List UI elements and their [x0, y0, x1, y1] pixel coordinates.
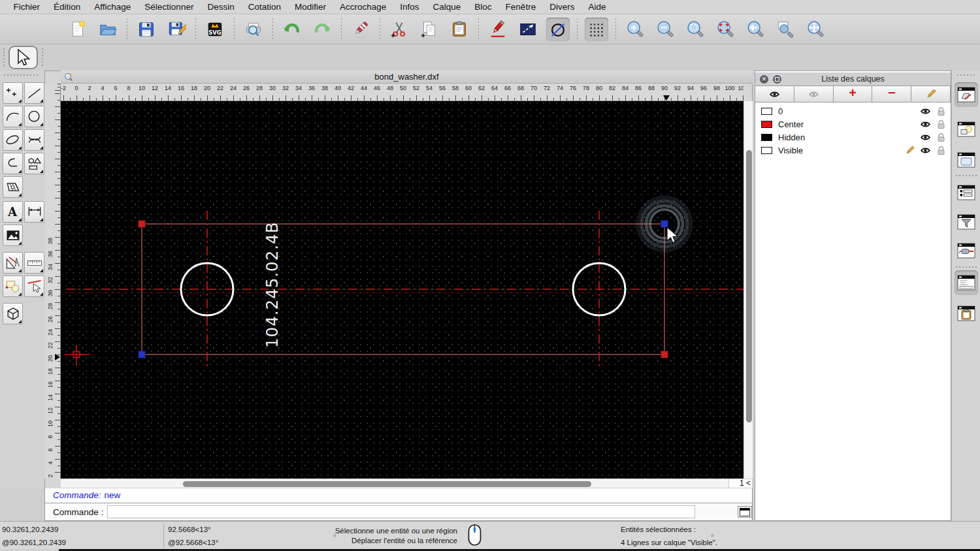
- construction-mode-button[interactable]: [546, 18, 570, 41]
- menu-fichier[interactable]: Fichier: [7, 0, 47, 14]
- layer-color-swatch[interactable]: [761, 108, 772, 115]
- entity-handle[interactable]: [661, 221, 668, 228]
- layer-color-swatch[interactable]: [761, 147, 772, 154]
- cut-button[interactable]: [387, 18, 411, 41]
- zoom-in-button[interactable]: [623, 18, 647, 41]
- zoom-auto-button[interactable]: [683, 18, 707, 41]
- selection-filter-dock-button[interactable]: [955, 210, 978, 234]
- selection-tool-button[interactable]: [8, 46, 38, 69]
- line-tool-button[interactable]: [24, 82, 44, 104]
- show-all-eye-button[interactable]: [755, 86, 794, 102]
- layer-row-0[interactable]: 0: [755, 104, 951, 118]
- document-titlebar[interactable]: bond_washer.dxf: [61, 71, 753, 84]
- menu-dessin[interactable]: Dessin: [201, 0, 241, 14]
- hatch-tool-button[interactable]: [3, 176, 23, 198]
- menu-modifier[interactable]: Modifier: [287, 0, 333, 14]
- layer-visibility-eye-icon[interactable]: [919, 133, 931, 142]
- zoom-pan-button[interactable]: [804, 18, 827, 41]
- save-button[interactable]: [135, 18, 158, 41]
- vertical-scrollbar-thumb[interactable]: [746, 150, 752, 422]
- entity-handle[interactable]: [139, 351, 146, 358]
- undo-button[interactable]: [280, 18, 304, 41]
- layer-lock-icon[interactable]: [935, 146, 947, 155]
- hide-all-eye-button[interactable]: [794, 86, 834, 102]
- menu-cotation[interactable]: Cotation: [241, 0, 287, 14]
- zoom-selection-button[interactable]: [713, 18, 737, 41]
- layer-row-visible[interactable]: Visible: [755, 144, 951, 157]
- remove-layer-button[interactable]: −: [872, 86, 911, 102]
- block-list-dock-button[interactable]: [955, 117, 978, 142]
- layer-lock-icon[interactable]: [935, 106, 947, 116]
- open-file-button[interactable]: [96, 18, 120, 41]
- entity-handle[interactable]: [661, 351, 668, 358]
- add-layer-button[interactable]: +: [833, 86, 873, 102]
- layer-visibility-eye-icon[interactable]: [919, 120, 931, 129]
- grid-toggle-button[interactable]: [585, 18, 608, 41]
- layer-lock-icon[interactable]: [935, 133, 947, 142]
- measure-tool-button[interactable]: [3, 252, 23, 274]
- drawing-canvas[interactable]: 104.245.02.4B: [61, 101, 743, 479]
- entity-handle[interactable]: [139, 221, 146, 228]
- paste-button[interactable]: [448, 18, 471, 41]
- print-preview-button[interactable]: [242, 18, 265, 41]
- save-as-button[interactable]: [165, 18, 188, 41]
- horizontal-scrollbar[interactable]: [61, 479, 728, 488]
- new-document-button[interactable]: [66, 18, 90, 41]
- command-window-toggle-button[interactable]: [738, 506, 752, 518]
- polyline-tool-button[interactable]: [3, 153, 23, 174]
- menu-infos[interactable]: Infos: [393, 0, 426, 14]
- menu-accrochage[interactable]: Accrochage: [333, 0, 393, 14]
- text-tool-button[interactable]: A: [3, 201, 23, 223]
- export-svg-button[interactable]: SVG: [203, 18, 227, 41]
- layer-color-swatch[interactable]: [761, 121, 772, 128]
- library-browser-dock-button[interactable]: [955, 148, 978, 172]
- arc-tool-button[interactable]: [3, 106, 23, 127]
- menu-fenetre[interactable]: Fenêtre: [498, 0, 543, 14]
- image-tool-button[interactable]: [3, 225, 23, 246]
- layer-row-hidden[interactable]: Hidden: [755, 131, 951, 144]
- command-widget-dock-button[interactable]: [955, 270, 978, 295]
- redo-button[interactable]: [310, 18, 334, 41]
- copy-button[interactable]: [417, 18, 441, 41]
- vertical-scrollbar[interactable]: [743, 101, 753, 479]
- menu-calque[interactable]: Calque: [426, 0, 468, 14]
- dimension-tool-button[interactable]: [24, 201, 44, 223]
- edit-layer-button[interactable]: [911, 86, 951, 102]
- clipboard-panel-dock-button[interactable]: [955, 301, 978, 326]
- menu-divers[interactable]: Divers: [543, 0, 581, 14]
- layer-list-dock-button[interactable]: [955, 82, 978, 107]
- float-panel-icon[interactable]: [773, 75, 781, 84]
- polygon-tool-button[interactable]: [24, 153, 44, 174]
- layer-color-swatch[interactable]: [761, 134, 772, 141]
- delete-entities-button[interactable]: [349, 18, 372, 41]
- zoom-previous-button[interactable]: [743, 18, 767, 41]
- zoom-window-button[interactable]: [774, 18, 797, 41]
- layer-panel-titlebar[interactable]: Liste des calques ✕: [755, 72, 951, 86]
- modify-tool-button[interactable]: [24, 276, 44, 297]
- layer-lock-icon[interactable]: [935, 119, 947, 129]
- edit-pen-button[interactable]: [486, 18, 510, 41]
- line-attributes-button[interactable]: [516, 18, 540, 41]
- annotation-text[interactable]: 104.245.02.4B: [263, 222, 282, 348]
- box3d-tool-button[interactable]: [3, 303, 23, 324]
- ellipse-tool-button[interactable]: [3, 129, 23, 151]
- menu-selectionner[interactable]: Sélectionner: [138, 0, 201, 14]
- circle-tool-button[interactable]: [24, 106, 44, 127]
- zoom-out-button[interactable]: [653, 18, 677, 41]
- layer-visibility-eye-icon[interactable]: [919, 146, 931, 155]
- command-input[interactable]: [107, 505, 695, 518]
- close-icon[interactable]: ✕: [760, 75, 768, 84]
- menu-aide[interactable]: Aide: [581, 0, 613, 14]
- menu-edition[interactable]: Édition: [47, 0, 88, 14]
- layer-visibility-eye-icon[interactable]: [919, 107, 931, 116]
- layer-row-center[interactable]: Center: [755, 118, 951, 131]
- menu-bloc[interactable]: Bloc: [468, 0, 498, 14]
- spline-tool-button[interactable]: [24, 129, 44, 151]
- horizontal-scrollbar-thumb[interactable]: [183, 481, 591, 487]
- ruler-tool-tool-button[interactable]: [24, 252, 44, 274]
- entity-list-dock-button[interactable]: [955, 180, 978, 205]
- draw-order-tool-button[interactable]: [3, 276, 23, 297]
- menu-affichage[interactable]: Affichage: [88, 0, 138, 14]
- points-tool-button[interactable]: [3, 82, 23, 104]
- pen-toolbar-dock-button[interactable]: [955, 238, 978, 263]
